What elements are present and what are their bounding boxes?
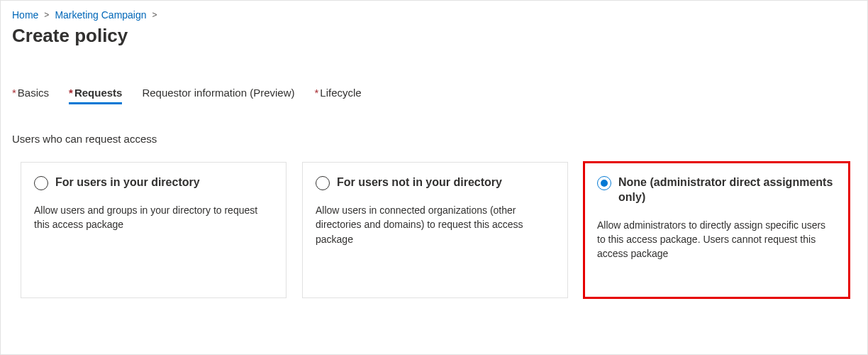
breadcrumb: Home > Marketing Campaign > [12, 9, 856, 21]
tab-requests[interactable]: *Requests [69, 87, 122, 103]
required-asterisk: * [315, 87, 319, 99]
option-description: Allow users in connected organizations (… [316, 203, 555, 246]
option-header[interactable]: For users in your directory [34, 175, 273, 190]
options-row: For users in your directory Allow users … [12, 162, 856, 298]
required-asterisk: * [69, 87, 73, 99]
required-asterisk: * [12, 87, 16, 99]
option-header[interactable]: For users not in your directory [316, 175, 555, 190]
option-card-not-in-directory[interactable]: For users not in your directory Allow us… [302, 162, 568, 298]
breadcrumb-home[interactable]: Home [12, 9, 38, 21]
option-title: For users in your directory [55, 175, 200, 190]
option-title: For users not in your directory [337, 175, 502, 190]
tab-basics[interactable]: *Basics [12, 87, 49, 103]
tabs: *Basics *Requests Requestor information … [12, 87, 856, 103]
option-title: None (administrator direct assignments o… [618, 175, 836, 205]
tab-label: Lifecycle [320, 87, 361, 99]
option-description: Allow users and groups in your directory… [34, 203, 273, 232]
option-card-none[interactable]: None (administrator direct assignments o… [584, 162, 850, 298]
tab-lifecycle[interactable]: *Lifecycle [315, 87, 362, 103]
tab-label: Requestor information (Preview) [142, 87, 294, 99]
tab-label: Basics [18, 87, 49, 99]
chevron-right-icon: > [152, 10, 157, 20]
option-card-in-directory[interactable]: For users in your directory Allow users … [21, 162, 286, 298]
tab-label: Requests [74, 87, 123, 99]
option-header[interactable]: None (administrator direct assignments o… [597, 175, 836, 205]
breadcrumb-marketing-campaign[interactable]: Marketing Campaign [55, 9, 146, 21]
chevron-right-icon: > [44, 10, 49, 20]
section-label-users-request: Users who can request access [12, 133, 856, 145]
radio-in-directory[interactable] [34, 176, 48, 190]
tab-requestor-information[interactable]: Requestor information (Preview) [142, 87, 294, 103]
option-description: Allow administrators to directly assign … [597, 218, 836, 261]
page-title: Create policy [12, 25, 856, 47]
radio-none[interactable] [597, 176, 611, 190]
radio-not-in-directory[interactable] [316, 176, 330, 190]
